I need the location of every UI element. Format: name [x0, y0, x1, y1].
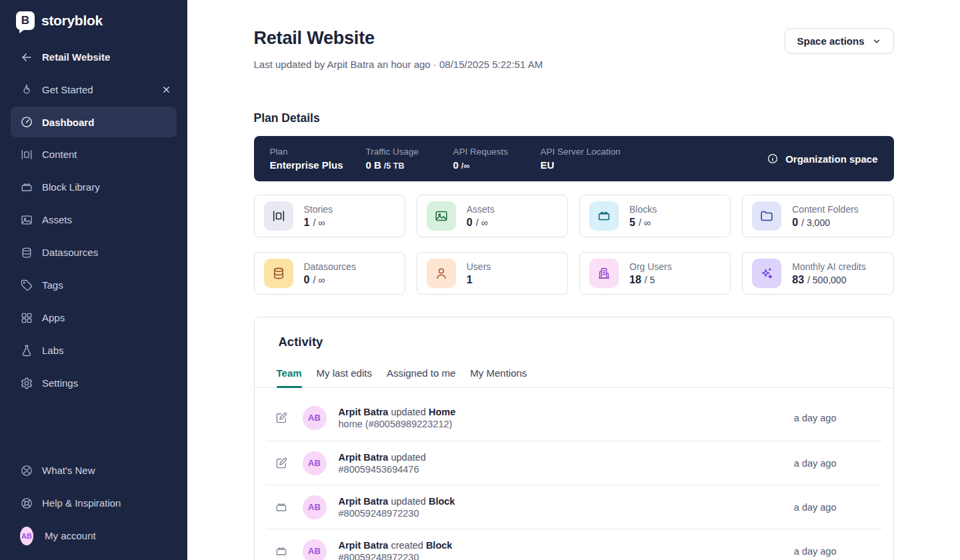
- stat-label: Blocks: [629, 204, 657, 215]
- building-icon: [589, 259, 619, 288]
- stat-card-stories[interactable]: Stories 1 / ∞: [254, 195, 405, 237]
- tab-team[interactable]: Team: [277, 367, 302, 387]
- activity-row[interactable]: AB Arpit Batra updated #80059453694476 a…: [266, 441, 882, 485]
- sidebar-nav: Retail Website Get Started Dashboard Con…: [0, 41, 187, 399]
- plan-label: API Requests: [453, 147, 541, 157]
- stat-suffix: / 5: [645, 275, 655, 285]
- sidebar-item-assets[interactable]: Assets: [0, 203, 187, 236]
- avatar: AB: [303, 495, 327, 519]
- sidebar-item-tags[interactable]: Tags: [0, 269, 187, 301]
- sidebar-item-back-retail-website[interactable]: Retail Website: [0, 41, 187, 73]
- brand-wordmark: storyblok: [41, 13, 103, 29]
- space-actions-button[interactable]: Space actions: [785, 28, 894, 54]
- activity-panel: Activity Team My last edits Assigned to …: [254, 317, 894, 560]
- stat-card-datasources[interactable]: Datasources 0 / ∞: [254, 252, 405, 295]
- activity-row-time: a day ago: [794, 502, 882, 513]
- sidebar-item-label: Apps: [42, 312, 65, 323]
- main-content: Retail Website Last updated by Arpit Bat…: [187, 0, 960, 560]
- storyblok-logo-icon: B: [16, 11, 35, 30]
- plan-suffix: /∞: [461, 161, 469, 171]
- arrow-left-icon: [20, 51, 33, 64]
- sidebar-item-my-account[interactable]: AB My account: [0, 519, 187, 552]
- stat-value: 83: [792, 274, 804, 286]
- plan-label: API Server Location: [541, 147, 621, 157]
- tab-my-last-edits[interactable]: My last edits: [317, 367, 372, 387]
- avatar: AB: [20, 527, 33, 545]
- sidebar-item-label: Tags: [42, 279, 63, 291]
- plan-value: 0 B: [366, 159, 381, 171]
- activity-row-title: Arpit Batra created Block: [339, 540, 453, 551]
- tab-my-mentions[interactable]: My Mentions: [470, 367, 527, 387]
- stat-label: Monthly AI credits: [792, 261, 866, 272]
- stat-card-org-users[interactable]: Org Users 18 / 5: [579, 252, 731, 295]
- plan-col-traffic: Traffic Usage 0 B /5 TB: [366, 147, 453, 171]
- edit-icon: [275, 457, 288, 470]
- sidebar-item-labs[interactable]: Labs: [0, 334, 187, 367]
- sidebar-item-label: Datasources: [42, 247, 98, 258]
- stat-value: 1: [467, 274, 473, 286]
- info-icon: [767, 153, 779, 165]
- sidebar: B storyblok Retail Website Get Started D…: [0, 0, 187, 560]
- avatar-initials: AB: [21, 532, 32, 540]
- organization-space-info[interactable]: Organization space: [767, 153, 877, 165]
- last-updated-text: Last updated by Arpit Batra an hour ago …: [254, 59, 543, 70]
- activity-row[interactable]: AB Arpit Batra created Block #8005924897…: [266, 529, 882, 560]
- sidebar-item-label: Dashboard: [42, 117, 94, 128]
- sidebar-item-datasources[interactable]: Datasources: [0, 236, 187, 269]
- sidebar-item-dashboard[interactable]: Dashboard: [11, 107, 177, 137]
- stat-card-blocks[interactable]: Blocks 5 / ∞: [579, 195, 731, 237]
- activity-row-detail: home (#80058989223212): [339, 419, 453, 429]
- edit-icon: [275, 411, 288, 425]
- tab-assigned-to-me[interactable]: Assigned to me: [387, 367, 455, 387]
- sidebar-item-label: My account: [45, 530, 96, 541]
- sidebar-item-label: Content: [42, 149, 77, 160]
- activity-row[interactable]: AB Arpit Batra updated Home home (#80058…: [266, 395, 882, 441]
- blocks-icon: [589, 201, 619, 231]
- sidebar-item-content[interactable]: Content: [0, 138, 187, 171]
- plan-col-plan: Plan Enterprise Plus: [270, 147, 366, 171]
- logo-letter: B: [21, 14, 29, 27]
- organization-space-label: Organization space: [785, 153, 877, 165]
- block-icon: [275, 501, 288, 514]
- stat-card-users[interactable]: Users 1: [417, 252, 568, 295]
- sidebar-item-whats-new[interactable]: What's New: [0, 454, 187, 487]
- activity-row[interactable]: AB Arpit Batra updated Block #8005924897…: [266, 485, 882, 529]
- sidebar-item-label: Settings: [42, 377, 78, 389]
- block-icon: [275, 545, 288, 558]
- stat-value: 1: [304, 217, 310, 229]
- plan-value: 0: [453, 159, 459, 171]
- stories-icon: [264, 201, 293, 231]
- activity-row-title: Arpit Batra updated Home: [339, 407, 456, 417]
- activity-row-time: a day ago: [794, 413, 882, 423]
- activity-heading: Activity: [255, 317, 893, 349]
- activity-tabs: Team My last edits Assigned to me My Men…: [255, 367, 893, 388]
- stat-value: 0: [467, 217, 473, 229]
- lifebuoy-icon: [20, 497, 33, 510]
- block-icon: [20, 181, 33, 194]
- stat-card-ai-credits[interactable]: Monthly AI credits 83 / 500,000: [742, 252, 893, 295]
- sidebar-item-help-inspiration[interactable]: Help & Inspiration: [0, 487, 187, 519]
- avatar: AB: [303, 539, 327, 560]
- activity-row-detail: #80059453694476: [339, 464, 419, 475]
- avatar: AB: [303, 406, 327, 430]
- sidebar-item-label: Get Started: [42, 84, 93, 95]
- activity-list: AB Arpit Batra updated Home home (#80058…: [266, 388, 882, 560]
- stat-card-content-folders[interactable]: Content Folders 0 / 3,000: [742, 195, 893, 237]
- activity-row-detail: #80059248972230: [339, 552, 419, 560]
- stat-label: Assets: [467, 204, 495, 215]
- apps-icon: [20, 311, 33, 325]
- close-icon[interactable]: [161, 85, 171, 95]
- sidebar-item-block-library[interactable]: Block Library: [0, 171, 187, 203]
- sidebar-item-apps[interactable]: Apps: [0, 301, 187, 334]
- stat-card-assets[interactable]: Assets 0 / ∞: [417, 195, 568, 237]
- sidebar-item-settings[interactable]: Settings: [0, 367, 187, 399]
- plan-label: Traffic Usage: [366, 147, 453, 157]
- sidebar-item-label: Retail Website: [42, 51, 110, 63]
- storyblok-logo[interactable]: B storyblok: [0, 0, 187, 38]
- database-icon: [264, 259, 293, 288]
- plan-suffix: /5 TB: [384, 161, 405, 171]
- stat-suffix: / 3,000: [801, 217, 830, 228]
- sidebar-item-get-started[interactable]: Get Started: [0, 73, 187, 106]
- activity-row-time: a day ago: [794, 546, 882, 557]
- stat-suffix: / ∞: [639, 217, 651, 228]
